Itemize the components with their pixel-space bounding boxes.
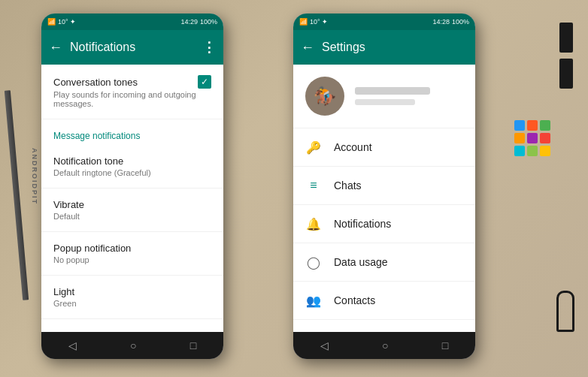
binder-clip [556, 291, 574, 332]
settings-item-chats[interactable]: ≡Chats [293, 167, 475, 205]
settings-label-0: Account [334, 141, 463, 153]
color-block-3 [514, 133, 525, 143]
popup-notification-title: Popup notification [53, 243, 211, 254]
settings-item-help[interactable]: ?Help [293, 320, 475, 332]
settings-label-2: Notifications [334, 218, 463, 230]
message-notifications-title: Message notifications [53, 131, 140, 141]
message-notifications-header: Message notifications [41, 119, 223, 145]
right-phone-content: 🏇 🔑Account≡Chats🔔Notifications◯Data usag… [293, 65, 475, 332]
color-block-7 [527, 146, 538, 156]
color-block-6 [514, 146, 525, 156]
status-time: 14:29 [180, 18, 198, 26]
nav-recent-left[interactable]: □ [190, 339, 196, 351]
status-bar-left: 📶 10° ✦ 14:29 100% [41, 14, 223, 30]
status-battery-right: 100% [452, 18, 469, 26]
group-notifications-header: Group notifications [41, 319, 223, 332]
status-temp-right: 10° ✦ [310, 18, 328, 26]
color-block-4 [527, 133, 538, 143]
chats-icon: ≡ [305, 177, 322, 194]
notification-tone-item[interactable]: Notification tone Default ringtone (Grac… [41, 145, 223, 188]
clip-1 [559, 23, 573, 53]
color-block-8 [540, 146, 550, 156]
avatar: 🏇 [305, 77, 344, 116]
contacts-icon: 👥 [305, 292, 322, 309]
profile-status-blurred [355, 99, 415, 105]
app-bar-right: ← Settings [293, 30, 475, 65]
conversation-tones-title: Conversation tones [53, 77, 138, 88]
conversation-tones-item[interactable]: Conversation tones ✓ Play sounds for inc… [41, 65, 223, 119]
data-usage-icon: ◯ [305, 254, 322, 270]
settings-label-1: Chats [334, 179, 463, 192]
back-button-right[interactable]: ← [301, 40, 314, 56]
nav-back-right[interactable]: ◁ [320, 339, 329, 351]
status-bar-right: 📶 10° ✦ 14:28 100% [293, 14, 475, 30]
status-right-info: 14:29 100% [180, 18, 217, 26]
profile-section[interactable]: 🏇 [293, 65, 475, 128]
status-right-right-info: 14:28 100% [432, 18, 469, 26]
vibrate-title: Vibrate [53, 199, 211, 210]
notification-tone-title: Notification tone [53, 155, 211, 167]
avatar-image: 🏇 [305, 77, 344, 116]
phone-right: 📶 10° ✦ 14:28 100% ← Settings 🏇 [293, 14, 475, 359]
settings-item-account[interactable]: 🔑Account [293, 128, 475, 167]
color-block-0 [514, 120, 525, 131]
clip-2 [559, 59, 573, 89]
nav-home-right[interactable]: ○ [382, 339, 388, 351]
binder-clips-top [559, 23, 573, 89]
settings-label-4: Contacts [334, 294, 463, 306]
conversation-tones-checkbox[interactable]: ✓ [198, 75, 211, 89]
color-block-5 [540, 133, 550, 143]
color-block-2 [540, 120, 550, 131]
status-left-info: 📶 10° ✦ [47, 18, 76, 26]
nav-bar-right: ◁ ○ □ [293, 332, 475, 359]
more-button-left[interactable]: ⋮ [202, 39, 216, 56]
status-signal-right: 📶 [299, 18, 308, 26]
light-subtitle: Green [53, 299, 211, 308]
nav-home-left[interactable]: ○ [130, 339, 136, 351]
conversation-tones-subtitle: Play sounds for incoming and outgoing me… [53, 90, 211, 108]
back-button-left[interactable]: ← [49, 40, 62, 56]
vibrate-item[interactable]: Vibrate Default [41, 188, 223, 232]
color-block-1 [527, 120, 538, 131]
settings-item-notifications[interactable]: 🔔Notifications [293, 205, 475, 243]
vibrate-subtitle: Default [53, 212, 211, 221]
phone-left: 📶 10° ✦ 14:29 100% ← Notifications ⋮ Con… [41, 14, 223, 359]
phone-right-screen: 📶 10° ✦ 14:28 100% ← Settings 🏇 [293, 14, 475, 359]
conversation-tones-row: Conversation tones ✓ [53, 75, 211, 89]
nav-bar-left: ◁ ○ □ [41, 332, 223, 359]
settings-list: 🔑Account≡Chats🔔Notifications◯Data usage👥… [293, 128, 475, 332]
status-temp: 10° ✦ [58, 18, 76, 26]
nav-recent-right[interactable]: □ [442, 339, 448, 351]
status-time-right: 14:28 [432, 18, 450, 26]
light-item[interactable]: Light Green [41, 276, 223, 319]
settings-item-data-usage[interactable]: ◯Data usage [293, 243, 475, 282]
settings-label-3: Data usage [334, 256, 463, 268]
status-signal: 📶 [47, 18, 56, 26]
status-battery: 100% [200, 18, 217, 26]
profile-name-blurred [355, 87, 430, 95]
popup-notification-subtitle: No popup [53, 255, 211, 264]
app-bar-title-left: Notifications [70, 41, 195, 54]
light-title: Light [53, 286, 211, 297]
app-bar-left: ← Notifications ⋮ [41, 30, 223, 65]
app-bar-title-right: Settings [322, 41, 468, 54]
notification-tone-subtitle: Default ringtone (Graceful) [53, 168, 211, 177]
account-icon: 🔑 [305, 139, 322, 155]
color-blocks [514, 120, 550, 156]
settings-item-contacts[interactable]: 👥Contacts [293, 282, 475, 320]
nav-back-left[interactable]: ◁ [68, 339, 77, 351]
popup-notification-item[interactable]: Popup notification No popup [41, 232, 223, 276]
notifications-icon: 🔔 [305, 216, 322, 232]
status-right-left-info: 📶 10° ✦ [299, 18, 328, 26]
profile-text [355, 87, 463, 105]
phone-left-screen: 📶 10° ✦ 14:29 100% ← Notifications ⋮ Con… [41, 14, 223, 359]
check-icon: ✓ [201, 77, 208, 87]
left-phone-content: Conversation tones ✓ Play sounds for inc… [41, 65, 223, 332]
brand-label: ANDROIDPIT [31, 148, 38, 205]
